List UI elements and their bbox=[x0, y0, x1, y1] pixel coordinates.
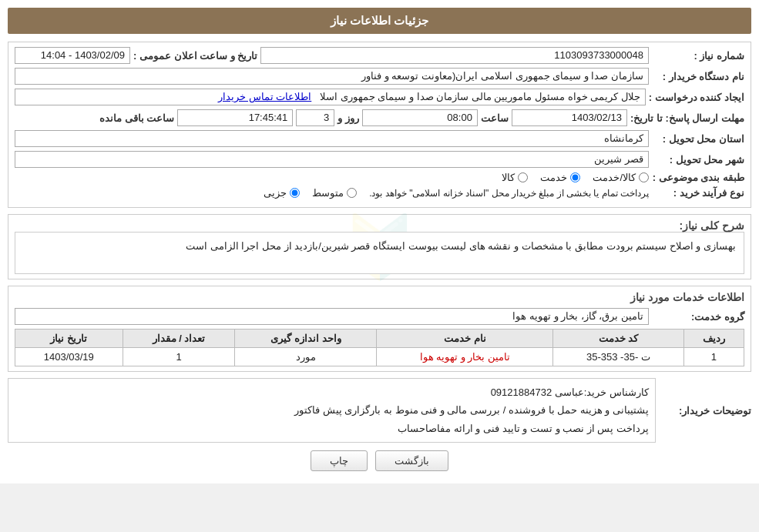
label-creator: ایجاد کننده درخواست : bbox=[649, 92, 744, 103]
radio-khedmat-input[interactable] bbox=[570, 172, 580, 182]
creator-text: جلال کریمی خواه مسئول ماموریین مالی سازم… bbox=[320, 91, 640, 102]
col-date: تاریخ نیاز bbox=[15, 330, 123, 348]
radio-kala-label: کالا bbox=[502, 172, 515, 183]
back-button[interactable]: بازگشت bbox=[375, 450, 448, 471]
radio-kala-khedmat-label: کالا/خدمت bbox=[593, 172, 636, 183]
col-quantity: تعداد / مقدار bbox=[123, 330, 235, 348]
cell-name: تامین بخار و تهویه هوا bbox=[377, 348, 553, 366]
category-radio-group: کالا/خدمت خدمت کالا bbox=[502, 172, 649, 183]
notes-line1: کارشناس خرید:عباسی 09121884732 bbox=[15, 383, 649, 401]
table-row: 1 ت -35- 353-35 تامین بخار و تهویه هوا م… bbox=[15, 348, 744, 366]
notes-line3: پرداخت پس از نصب و تست و تایید فنی و ارا… bbox=[15, 420, 649, 437]
main-info-section: شماره نیاز : 1103093733000048 تاریخ و سا… bbox=[8, 42, 751, 208]
radio-jozii-label: جزیی bbox=[264, 187, 287, 199]
services-table: ردیف کد خدمت نام خدمت واحد اندازه گیری ت… bbox=[15, 329, 744, 366]
label-category: طبقه بندی موضوعی : bbox=[652, 172, 744, 183]
label-province: استان محل تحویل : bbox=[652, 133, 744, 145]
page-wrapper: جزئیات اطلاعات نیاز شماره نیاز : 1103093… bbox=[0, 0, 759, 483]
city-value: قصر شیرین bbox=[15, 151, 649, 168]
row-buyer-notes: توضیحات خریدار: کارشناس خرید:عباسی 09121… bbox=[8, 378, 751, 443]
print-button[interactable]: چاپ bbox=[311, 450, 368, 471]
cell-quantity: 1 bbox=[123, 348, 235, 366]
label-announce-time: تاریخ و ساعت اعلان عمومی : bbox=[133, 50, 257, 62]
radio-kala-khedmat-input[interactable] bbox=[639, 172, 649, 182]
label-deadline-days: روز و bbox=[338, 112, 359, 124]
radio-special-label: پرداخت تمام یا بخشی از مبلغ خریدار محل "… bbox=[369, 188, 649, 199]
creator-value: جلال کریمی خواه مسئول ماموریین مالی سازم… bbox=[15, 89, 646, 105]
label-buyer-notes: توضیحات خریدار: bbox=[659, 405, 751, 417]
services-title: اطلاعات خدمات مورد نیاز bbox=[15, 291, 744, 303]
col-name: نام خدمت bbox=[377, 330, 553, 348]
deadline-days-value: 3 bbox=[296, 109, 334, 126]
radio-khedmat[interactable]: خدمت bbox=[540, 172, 580, 183]
services-section: اطلاعات خدمات مورد نیاز گروه خدمت: تامین… bbox=[8, 286, 751, 372]
province-value: کرمانشاه bbox=[15, 130, 649, 147]
description-text: بهسازی و اصلاح سیستم برودت مطابق با مشخص… bbox=[15, 232, 744, 274]
announce-time-value: 1403/02/09 - 14:04 bbox=[15, 47, 130, 64]
radio-motavasset[interactable]: متوسط bbox=[312, 187, 357, 199]
row-process-type: نوع فرآیند خرید : پرداخت تمام یا بخشی از… bbox=[15, 187, 744, 199]
button-row: بازگشت چاپ bbox=[8, 450, 751, 471]
need-number-value: 1103093733000048 bbox=[260, 47, 649, 64]
label-buyer-org: نام دستگاه خریدار : bbox=[652, 71, 744, 82]
radio-motavasset-input[interactable] bbox=[347, 188, 357, 198]
cell-unit: مورد bbox=[235, 348, 377, 366]
col-unit: واحد اندازه گیری bbox=[235, 330, 377, 348]
row-city: شهر محل تحویل : قصر شیرین bbox=[15, 151, 744, 168]
col-code: کد خدمت bbox=[553, 330, 684, 348]
deadline-remain-value: 17:45:41 bbox=[177, 109, 293, 126]
label-deadline: مهلت ارسال پاسخ: تا تاریخ: bbox=[630, 112, 744, 124]
label-deadline-remain: ساعت باقی مانده bbox=[99, 112, 174, 124]
description-title: شرح کلی نیاز: bbox=[680, 219, 744, 232]
description-section: شرح کلی نیاز: بهسازی و اصلاح سیستم برودت… bbox=[8, 214, 751, 279]
process-radio-group: پرداخت تمام یا بخشی از مبلغ خریدار محل "… bbox=[264, 187, 649, 199]
label-need-number: شماره نیاز : bbox=[652, 50, 744, 62]
radio-motavasset-label: متوسط bbox=[312, 187, 344, 199]
buyer-notes-box: کارشناس خرید:عباسی 09121884732 پشتیبانی … bbox=[8, 378, 656, 443]
row-creator: ایجاد کننده درخواست : جلال کریمی خواه مس… bbox=[15, 89, 744, 105]
label-deadline-time: ساعت bbox=[481, 112, 509, 124]
radio-jozii[interactable]: جزیی bbox=[264, 187, 300, 199]
cell-date: 1403/03/19 bbox=[15, 348, 123, 366]
row-province: استان محل تحویل : کرمانشاه bbox=[15, 130, 744, 147]
label-city: شهر محل تحویل : bbox=[652, 154, 744, 166]
radio-kala-khedmat[interactable]: کالا/خدمت bbox=[593, 172, 649, 183]
radio-special: پرداخت تمام یا بخشی از مبلغ خریدار محل "… bbox=[369, 188, 649, 199]
row-service-group: گروه خدمت: تامین برق، گاز، بخار و تهویه … bbox=[15, 308, 744, 325]
row-deadline: مهلت ارسال پاسخ: تا تاریخ: 1403/02/13 سا… bbox=[15, 109, 744, 126]
label-process-type: نوع فرآیند خرید : bbox=[652, 187, 744, 199]
buyer-org-value: سازمان صدا و سیمای جمهوری اسلامی ایران(م… bbox=[15, 68, 649, 85]
row-buyer-org: نام دستگاه خریدار : سازمان صدا و سیمای ج… bbox=[15, 68, 744, 85]
radio-khedmat-label: خدمت bbox=[540, 172, 567, 183]
radio-kala-input[interactable] bbox=[518, 172, 528, 182]
service-group-value: تامین برق، گاز، بخار و تهویه هوا bbox=[15, 308, 649, 325]
radio-kala[interactable]: کالا bbox=[502, 172, 528, 183]
row-need-number: شماره نیاز : 1103093733000048 تاریخ و سا… bbox=[15, 47, 744, 64]
notes-line2: پشتیبانی و هزینه حمل با فروشنده / بررسی … bbox=[15, 401, 649, 419]
cell-row: 1 bbox=[683, 348, 744, 366]
col-row: ردیف bbox=[683, 330, 744, 348]
page-header: جزئیات اطلاعات نیاز bbox=[8, 8, 751, 34]
label-service-group: گروه خدمت: bbox=[652, 311, 744, 323]
row-category: طبقه بندی موضوعی : کالا/خدمت خدمت کالا bbox=[15, 172, 744, 183]
deadline-date-value: 1403/02/13 bbox=[512, 109, 627, 126]
creator-link[interactable]: اطلاعات تماس خریدار bbox=[218, 91, 311, 102]
deadline-time-value: 08:00 bbox=[362, 109, 478, 126]
radio-jozii-input[interactable] bbox=[290, 188, 300, 198]
page-title: جزئیات اطلاعات نیاز bbox=[331, 14, 428, 27]
cell-code: ت -35- 353-35 bbox=[553, 348, 684, 366]
